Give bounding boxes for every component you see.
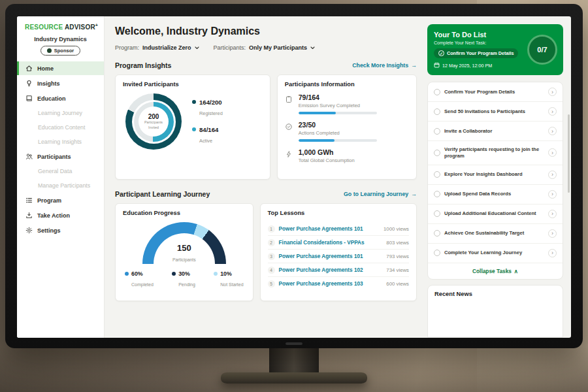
task-row[interactable]: Complete Your Learning Journey › <box>428 244 563 263</box>
legend-value: 84/164 <box>199 126 218 133</box>
collapse-tasks-link[interactable]: Collapse Tasks ∧ <box>428 263 563 279</box>
sidebar-item-label: Settings <box>37 227 61 234</box>
sidebar-item-manage-participants[interactable]: Manage Participants <box>17 179 104 192</box>
task-row[interactable]: Upload Additional Educational Content › <box>428 204 563 224</box>
legend-not-started: 10% Not Started <box>214 270 243 289</box>
task-row[interactable]: Achieve One Sustainability Target › <box>428 224 563 244</box>
task-checkbox[interactable] <box>434 191 440 197</box>
chevron-down-icon <box>310 44 315 51</box>
sidebar-item-education-content[interactable]: Education Content <box>17 121 104 134</box>
sidebar-item-label: Insights <box>37 80 60 87</box>
task-checkbox[interactable] <box>434 108 440 115</box>
chevron-right-icon[interactable]: › <box>548 107 557 116</box>
task-label: Explore Your Insights Dashboard <box>444 171 544 178</box>
scrollbar[interactable] <box>568 114 570 193</box>
gauge-center-label: Participants <box>172 257 196 262</box>
stat-value: 79/164 <box>299 93 377 101</box>
legend-active: 84/164 Active <box>192 126 223 145</box>
task-checkbox[interactable] <box>434 210 440 217</box>
chevron-right-icon[interactable]: › <box>548 127 557 135</box>
sidebar-item-home[interactable]: Home <box>17 61 104 75</box>
lesson-views: 803 views <box>386 240 409 246</box>
lesson-row: 3 Power Purchase Agreements 101 793 view… <box>268 250 409 263</box>
task-checkbox[interactable] <box>434 171 440 178</box>
lesson-link[interactable]: Power Purchase Agreements 102 <box>279 267 383 273</box>
sidebar-item-general-data[interactable]: General Data <box>17 165 104 178</box>
program-filter[interactable]: Program: Industrialize Zero <box>115 44 199 51</box>
chevron-right-icon[interactable]: › <box>548 148 557 157</box>
chevron-right-icon[interactable]: › <box>548 171 557 179</box>
filter-value: Only My Participants <box>249 44 307 51</box>
task-row[interactable]: Upload Spend Data Records › <box>428 185 563 204</box>
task-row[interactable]: Send 50 Invitations to Participants › <box>428 102 563 122</box>
chevron-down-icon <box>195 44 199 51</box>
card-title: Participants Information <box>285 81 409 88</box>
recent-news-title: Recent News <box>434 291 556 297</box>
chevron-right-icon[interactable]: › <box>548 88 557 96</box>
task-label: Verify participants requesting to join t… <box>444 146 544 159</box>
task-checkbox[interactable] <box>434 128 440 135</box>
sidebar-item-label: Manage Participants <box>38 182 90 189</box>
section-title: Program Insights <box>115 61 171 69</box>
lesson-link[interactable]: Power Purchase Agreements 103 <box>279 281 383 287</box>
chevron-up-icon: ∧ <box>514 268 518 274</box>
chevron-right-icon[interactable]: › <box>548 229 557 238</box>
sidebar-item-learning-insights[interactable]: Learning Insights <box>17 135 104 148</box>
check-icon: ✓ <box>438 50 444 56</box>
recent-news-card: Recent News <box>427 285 563 338</box>
participants-information-card: Participants Information 79/164 Emission… <box>277 74 417 180</box>
lesson-link[interactable]: Financial Considerations - VPPAs <box>279 240 383 246</box>
people-icon <box>25 153 33 160</box>
lesson-link[interactable]: Power Purchase Agreements 101 <box>279 226 380 232</box>
lesson-rank: 4 <box>268 267 275 274</box>
invited-legend: 164/200 Registered 84/164 Active <box>192 99 223 145</box>
sidebar-item-participants[interactable]: Participants <box>17 150 104 163</box>
task-row[interactable]: Confirm Your Program Details › <box>428 82 563 102</box>
sidebar-item-settings[interactable]: Settings <box>17 223 104 237</box>
go-to-learning-journey-link[interactable]: Go to Learning Journey → <box>344 191 417 197</box>
legend-value: 10% <box>220 270 243 277</box>
monitor-bezel: RESOURCE ADVISOR+ Industry Dynamics Spon… <box>5 4 583 348</box>
brand-secondary: ADVISOR <box>65 24 95 31</box>
next-task-chip[interactable]: ✓ Confirm Your Program Details <box>434 48 518 58</box>
task-list-card: Confirm Your Program Details › Send 50 I… <box>427 82 563 280</box>
actions-progress-bar <box>299 139 377 142</box>
sidebar-item-insights[interactable]: Insights <box>17 76 104 90</box>
sponsor-label: Sponsor <box>54 48 74 54</box>
sidebar-item-label: General Data <box>38 168 72 174</box>
section-title: Participant Learning Journey <box>115 190 210 198</box>
top-lessons-card: Top Lessons 1 Power Purchase Agreements … <box>260 203 417 301</box>
chevron-right-icon[interactable]: › <box>548 249 557 257</box>
sidebar-item-education[interactable]: Education <box>17 91 104 105</box>
chevron-right-icon[interactable]: › <box>548 210 557 218</box>
task-label: Invite a Collaborator <box>444 128 544 135</box>
task-row[interactable]: Explore Your Insights Dashboard › <box>428 165 563 185</box>
task-checkbox[interactable] <box>434 150 440 156</box>
program-insights-header: Program Insights Check More Insights → <box>115 61 417 69</box>
card-title: Education Progress <box>123 210 246 216</box>
lesson-link[interactable]: Power Purchase Agreements 101 <box>279 253 383 259</box>
legend-dot <box>192 100 196 104</box>
lesson-rank: 5 <box>268 280 275 287</box>
sidebar-item-program[interactable]: Program <box>17 193 104 207</box>
todo-progress-value: 0/7 <box>537 46 547 54</box>
task-label: Complete Your Learning Journey <box>444 250 544 256</box>
task-checkbox[interactable] <box>434 250 440 256</box>
sidebar-item-label: Learning Insights <box>38 139 82 145</box>
chevron-right-icon[interactable]: › <box>548 190 557 199</box>
task-row[interactable]: Verify participants requesting to join t… <box>428 141 563 165</box>
gear-icon <box>25 227 33 234</box>
task-row[interactable]: Invite a Collaborator › <box>428 122 563 141</box>
sidebar-item-learning-journey[interactable]: Learning Journey <box>17 106 104 120</box>
check-more-insights-link[interactable]: Check More Insights → <box>352 62 417 69</box>
task-checkbox[interactable] <box>434 89 440 95</box>
sidebar-item-take-action[interactable]: Take Action <box>17 208 104 222</box>
screen: RESOURCE ADVISOR+ Industry Dynamics Spon… <box>17 16 571 338</box>
insights-cards-row: Invited Participants 200 Participants In… <box>115 74 417 180</box>
sidebar-nav: Home Insights Education Learning Journey… <box>17 61 104 237</box>
sponsor-badge[interactable]: Sponsor <box>41 46 80 56</box>
brand-logo: RESOURCE ADVISOR+ <box>17 23 104 35</box>
task-checkbox[interactable] <box>434 230 440 237</box>
participants-filter[interactable]: Participants: Only My Participants <box>214 44 316 51</box>
next-task-label: Confirm Your Program Details <box>447 50 514 56</box>
